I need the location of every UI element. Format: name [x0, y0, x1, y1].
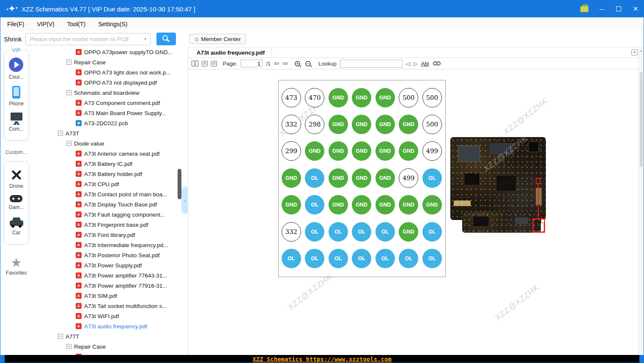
tree-item-label: A77T — [66, 333, 79, 340]
tree-item[interactable]: AA73t Font library.pdf — [32, 230, 188, 240]
sidebar-item-game[interactable]: Gam... — [8, 195, 24, 210]
lookup-input[interactable] — [340, 60, 403, 68]
tree-item[interactable]: AA73t audio frequency.pdf — [32, 321, 188, 331]
close-tab-icon[interactable]: ✕ — [631, 50, 638, 55]
tree-item-label: OPPO A73 not displayed.pdf — [84, 80, 157, 86]
sidebar-item-computer[interactable]: Com... — [9, 113, 24, 132]
page-number-input[interactable] — [241, 60, 263, 67]
tree-item[interactable]: AA73t Fault tagging component... — [32, 209, 188, 220]
menu-file[interactable]: File(F) — [7, 21, 24, 28]
tree-collapse-handle[interactable]: ‹ — [181, 187, 188, 214]
collapse-toggle-icon[interactable]: − — [58, 131, 63, 136]
tree-item[interactable]: AA73t Battery holder.pdf — [32, 169, 188, 179]
tree-item-label: A73t Anterior camera seat.pdf — [84, 151, 160, 157]
sidebar-item-label: Phone — [9, 101, 24, 107]
zoom-out-icon[interactable]: − — [305, 61, 311, 66]
pdf-canvas[interactable]: XZZ@XZZHK XZZ@XZZHK XZZ@XZZHK XZZ@XZZHK … — [188, 69, 644, 355]
statusbar-link[interactable]: XZZ Schematics https://www.xzztools.com — [252, 356, 392, 363]
tree-item[interactable]: AA73t Battery IC.pdf — [32, 159, 188, 169]
tree-item[interactable]: −Schematic and boardview — [32, 88, 188, 98]
tree-item[interactable]: AOPPO A73power supplyTO GND... — [32, 47, 188, 57]
scroll-up-icon[interactable]: ▲ — [639, 47, 644, 52]
gamepad-icon — [10, 195, 22, 202]
maximize-button[interactable] — [615, 6, 622, 13]
tree-item[interactable]: AA73t Anterior camera seat.pdf — [32, 148, 188, 159]
custom-section-label: Custom... — [5, 149, 27, 155]
tree-item[interactable]: AOPPO A73 not displayed.pdf — [32, 77, 188, 88]
tree-item[interactable]: AOPPO A73 light does not work.p... — [32, 67, 188, 77]
pcb-connector — [515, 217, 528, 224]
zoom-in-icon[interactable]: + — [295, 61, 300, 66]
sidebar-item-course[interactable]: Cour... — [9, 58, 24, 80]
menu-vip[interactable]: VIP(V) — [37, 21, 54, 28]
tree-item[interactable]: AA73t Contact point of main boa... — [32, 189, 188, 199]
shrink-button[interactable]: Shrink — [0, 36, 25, 43]
fit-width-icon[interactable] — [211, 61, 217, 66]
tree-item[interactable]: −Repair Case — [32, 57, 188, 67]
sidebar-item-phone[interactable]: Phone — [9, 86, 24, 107]
tree-item[interactable]: AA73t Power amplifier 77916-31... — [32, 280, 188, 291]
tab-title: A73t audio frequency.pdf — [197, 50, 265, 56]
tree-item[interactable]: AA73t Intermediate frequency.pd... — [32, 240, 188, 250]
tree-item[interactable]: ⌗A73-2DC022.pcb — [32, 118, 188, 128]
tree-item[interactable]: −A77T — [32, 331, 188, 341]
tree-item[interactable]: AA73 Main Board Power Supply... — [32, 108, 188, 118]
tree-item[interactable]: AA73t Power amplifier 77643-31... — [32, 270, 188, 280]
watermark: XZZ@XZZHK — [286, 272, 334, 312]
diode-value-cell: GND — [329, 195, 348, 214]
search-icon — [162, 35, 168, 41]
viewer-scrollbar[interactable]: ▲ — [638, 47, 644, 355]
match-case-icon[interactable]: Abi — [421, 60, 429, 67]
fit-page-icon[interactable] — [202, 61, 208, 66]
tree-item[interactable]: AA73t Fingerprint base.pdf — [32, 220, 188, 230]
sidebar-item-drone[interactable]: Drone — [9, 168, 23, 189]
tree-item[interactable]: AA73t WIFI.pdf — [32, 311, 188, 321]
tree-item[interactable]: AA73t Posterior Photo Seat.pdf — [32, 250, 188, 260]
tree-item[interactable]: AA73t Tail socket multifunction s... — [32, 301, 188, 311]
tree-scrollbar-thumb[interactable] — [178, 169, 181, 199]
model-search-input[interactable] — [26, 33, 150, 45]
two-page-view-icon[interactable] — [192, 60, 198, 66]
tree-item[interactable]: AA73t Display Touch Base.pdf — [32, 199, 188, 209]
tree-item[interactable]: AA73 Component comment.pdf — [32, 98, 188, 108]
pdf-file-icon: A — [76, 69, 82, 75]
pdf-file-icon: A — [76, 313, 82, 319]
menu-settings[interactable]: Settings(S) — [98, 21, 127, 28]
tree-item[interactable]: −Diode value — [32, 138, 188, 148]
tree-item[interactable]: −Repair Case — [32, 341, 188, 352]
member-center-button[interactable]: ⌂ Member Center — [189, 34, 247, 44]
phone-icon — [12, 86, 20, 99]
minimize-button[interactable]: ─ — [598, 6, 606, 13]
favorites-star-icon[interactable]: ★ — [11, 256, 22, 269]
tab-active[interactable]: A73t audio frequency.pdf — [188, 47, 272, 58]
tree-item[interactable]: AA73t CPU.pdf — [32, 179, 188, 189]
sidebar-item-label: Drone — [9, 183, 23, 189]
play-icon — [9, 58, 23, 72]
collapse-toggle-icon[interactable]: − — [58, 334, 63, 339]
back-arrow-icon[interactable]: ⇦ — [274, 60, 280, 67]
diode-grid: 473470GNDGNDGND500500332298GNDGNDGNDGND5… — [278, 80, 446, 277]
collapse-toggle-icon[interactable]: − — [66, 141, 71, 146]
menu-tool[interactable]: Tool(T) — [67, 21, 86, 28]
collapse-toggle-icon[interactable]: − — [66, 344, 71, 349]
tree-item[interactable]: AA73t Power Supply.pdf — [32, 260, 188, 270]
find-next-icon[interactable]: ▷ — [414, 60, 418, 67]
pdf-file-icon: A — [76, 323, 82, 329]
collapse-toggle-icon[interactable]: − — [66, 90, 71, 95]
viewer-scrollbar-thumb[interactable] — [640, 72, 643, 167]
search-button[interactable] — [156, 33, 176, 45]
close-button[interactable]: ✕ — [632, 5, 639, 13]
tree-item[interactable]: AOPPO A77 ... — [32, 352, 188, 355]
briefcase-icon[interactable] — [580, 6, 589, 12]
pdf-file-icon: A — [76, 222, 82, 228]
find-previous-icon[interactable]: ◁ — [406, 60, 410, 67]
chevron-down-icon[interactable]: ▼ — [144, 37, 147, 41]
diode-value-cell: OL — [422, 222, 442, 242]
tree-item-label: A73t CPU.pdf — [84, 181, 119, 187]
tree-item[interactable]: −A73T — [32, 128, 188, 138]
sidebar-item-car[interactable]: Car — [10, 216, 23, 236]
binoculars-icon[interactable] — [433, 61, 441, 66]
collapse-toggle-icon[interactable]: − — [66, 60, 71, 65]
forward-arrow-icon[interactable]: ⇨ — [282, 60, 288, 67]
tree-item[interactable]: AA73t SIM.pdf — [32, 291, 188, 301]
